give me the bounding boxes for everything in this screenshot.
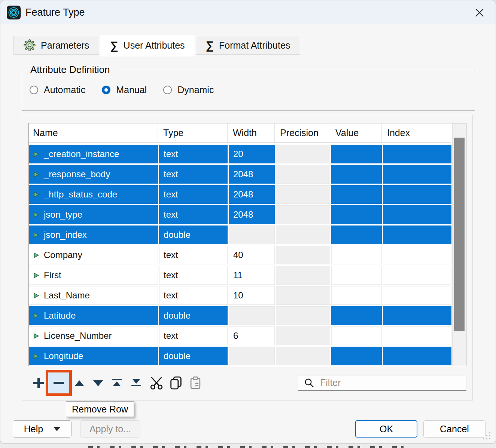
move-down-button[interactable] [92, 379, 104, 387]
cell-precision[interactable] [276, 306, 330, 325]
cell-type[interactable]: double [159, 306, 228, 325]
radio-circle-checked-icon [102, 86, 110, 94]
scrollbar-thumb[interactable] [454, 138, 465, 331]
cell-value[interactable] [331, 286, 382, 305]
cell-width[interactable]: 11 [229, 266, 275, 285]
move-to-bottom-button[interactable] [131, 377, 142, 388]
cell-width[interactable]: 20 [229, 145, 275, 163]
filter-input[interactable] [320, 377, 447, 388]
close-button[interactable] [472, 5, 487, 21]
cell-width[interactable] [229, 225, 275, 244]
column-header-type[interactable]: Type [159, 123, 228, 142]
help-button[interactable]: Help [13, 420, 71, 438]
copy-icon [168, 375, 183, 391]
cell-precision[interactable] [276, 347, 330, 365]
ok-button[interactable]: OK [355, 420, 417, 438]
cut-button[interactable] [149, 374, 164, 392]
cell-value[interactable] [331, 306, 382, 325]
cell-value[interactable] [331, 246, 382, 264]
cell-index[interactable] [383, 165, 451, 184]
table-header: NameTypeWidthPrecisionValueIndex [29, 123, 451, 143]
cell-value[interactable] [331, 326, 382, 345]
cell-type[interactable]: double [159, 347, 228, 365]
cell-width[interactable]: 2048 [229, 165, 275, 184]
cell-precision[interactable] [276, 286, 330, 305]
cell-index[interactable] [383, 185, 451, 204]
cell-type[interactable]: text [159, 326, 228, 345]
cell-type[interactable]: text [159, 185, 228, 204]
add-row-button[interactable] [32, 376, 45, 390]
cancel-button[interactable]: Cancel [423, 420, 486, 438]
copy-button[interactable] [168, 374, 184, 392]
cell-precision[interactable] [276, 205, 330, 224]
cell-width[interactable]: 2048 [229, 185, 275, 204]
cell-type[interactable]: text [159, 165, 228, 184]
cell-index[interactable] [383, 205, 451, 224]
cell-precision[interactable] [276, 225, 330, 244]
cell-index[interactable] [383, 286, 451, 305]
column-header-width[interactable]: Width [229, 123, 275, 142]
cell-name[interactable]: _response_body [29, 165, 158, 184]
cell-index[interactable] [383, 347, 451, 365]
cell-name[interactable]: Last_Name [29, 286, 158, 305]
cell-value[interactable] [331, 165, 382, 184]
cell-value[interactable] [331, 205, 382, 224]
cell-index[interactable] [383, 306, 451, 325]
cell-precision[interactable] [276, 326, 330, 345]
cell-value[interactable] [331, 145, 382, 163]
cell-name[interactable]: Longitude [29, 347, 158, 365]
cell-width[interactable]: 2048 [229, 205, 275, 224]
tab-parameters[interactable]: Parameters [13, 36, 99, 55]
cell-precision[interactable] [276, 165, 330, 184]
resize-grip[interactable] [481, 430, 490, 439]
column-header-precision[interactable]: Precision [276, 123, 330, 142]
vertical-scrollbar[interactable] [452, 123, 466, 366]
tab-user-attributes[interactable]: ∑ User Attributes [100, 34, 195, 56]
apply-to-button[interactable]: Apply to... [80, 420, 140, 438]
radio-manual[interactable]: Manual [102, 85, 147, 95]
cell-width[interactable]: 10 [229, 286, 275, 305]
cell-width[interactable]: 40 [229, 246, 275, 264]
cell-name[interactable]: Company [29, 246, 158, 264]
cell-index[interactable] [383, 266, 451, 285]
paste-button[interactable] [188, 374, 203, 392]
cell-value[interactable] [331, 266, 382, 285]
tab-format-attributes[interactable]: ∑ Format Attributes [196, 36, 301, 55]
cell-name[interactable]: First [29, 266, 158, 285]
cell-precision[interactable] [276, 145, 330, 163]
cell-type[interactable]: text [159, 266, 228, 285]
cell-type[interactable]: text [159, 205, 228, 224]
cell-width[interactable] [229, 306, 275, 325]
cell-name[interactable]: _creation_instance [29, 145, 158, 163]
move-up-button[interactable] [74, 379, 85, 387]
cell-index[interactable] [383, 326, 451, 345]
radio-dynamic[interactable]: Dynamic [163, 85, 214, 95]
column-header-name[interactable]: Name [29, 123, 158, 142]
cell-name[interactable]: json_index [29, 225, 158, 244]
cell-value[interactable] [331, 347, 382, 365]
cell-width[interactable] [229, 347, 275, 365]
cell-value[interactable] [331, 225, 382, 244]
cell-name[interactable]: _http_status_code [29, 185, 158, 204]
column-header-index[interactable]: Index [383, 123, 451, 142]
cell-type[interactable]: text [159, 145, 228, 163]
cell-index[interactable] [383, 246, 451, 264]
radio-automatic[interactable]: Automatic [30, 85, 85, 95]
cell-name[interactable]: json_type [29, 205, 158, 224]
cell-name[interactable]: License_Number [29, 326, 158, 345]
cell-width[interactable]: 6 [229, 326, 275, 345]
paste-icon [188, 375, 203, 391]
cell-precision[interactable] [276, 185, 330, 204]
cell-index[interactable] [383, 145, 451, 163]
cell-type[interactable]: text [159, 286, 228, 305]
cell-type[interactable]: double [159, 225, 228, 244]
cell-index[interactable] [383, 225, 451, 244]
cell-precision[interactable] [276, 246, 330, 264]
move-to-top-button[interactable] [111, 377, 122, 388]
cell-precision[interactable] [276, 266, 330, 285]
cell-value[interactable] [331, 185, 382, 204]
cell-type[interactable]: text [159, 246, 228, 264]
column-header-value[interactable]: Value [331, 123, 382, 142]
cell-name[interactable]: Latitude [29, 306, 158, 325]
remove-row-button[interactable] [48, 372, 69, 393]
